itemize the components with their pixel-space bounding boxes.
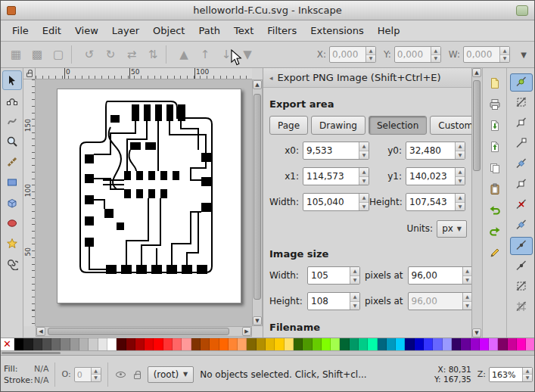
- snap-grids-button[interactable]: [510, 298, 533, 316]
- import-button[interactable]: [485, 117, 505, 136]
- color-swatch[interactable]: [526, 338, 535, 350]
- color-swatch[interactable]: [396, 338, 405, 350]
- color-swatch[interactable]: [229, 338, 238, 350]
- zoom-spinner[interactable]: ▲▼: [522, 368, 532, 381]
- scroll-down-icon[interactable]: ▼: [253, 316, 262, 325]
- snap-nodes-button[interactable]: [510, 155, 533, 173]
- color-swatch[interactable]: [368, 338, 377, 350]
- color-swatch[interactable]: [257, 338, 266, 350]
- print-button[interactable]: [485, 96, 505, 115]
- color-swatch[interactable]: [23, 338, 33, 350]
- snap-centers-button[interactable]: [510, 257, 533, 275]
- tool-tweak[interactable]: [2, 111, 22, 131]
- lower-to-bottom-icon[interactable]: ▼: [238, 45, 257, 64]
- area-width-field[interactable]: 105,040 ▲▼: [303, 193, 369, 211]
- color-swatch[interactable]: [61, 338, 70, 350]
- color-swatch[interactable]: [275, 338, 284, 350]
- color-swatch[interactable]: [126, 338, 135, 350]
- snap-bbox-corners-button[interactable]: [510, 135, 533, 153]
- color-swatch[interactable]: [405, 338, 414, 350]
- w-field-spinner[interactable]: ▲▼: [499, 47, 509, 62]
- color-swatch[interactable]: [14, 338, 23, 350]
- color-swatch[interactable]: [201, 338, 210, 350]
- x1-field[interactable]: 114,573 ▲▼: [303, 167, 369, 185]
- y0-spinner[interactable]: ▲▼: [455, 142, 465, 159]
- menu-file[interactable]: File: [5, 20, 36, 41]
- vertical-scroll-thumb[interactable]: [254, 94, 261, 300]
- x-field-spinner[interactable]: ▲▼: [365, 47, 375, 62]
- export-panel-header[interactable]: ◂ Export PNG Image (Shift+Ctrl+E): [263, 68, 471, 88]
- canvas-vertical-scrollbar[interactable]: ▲ ▼: [252, 79, 263, 326]
- color-swatch[interactable]: [378, 338, 387, 350]
- color-swatch[interactable]: [331, 338, 340, 350]
- color-swatch[interactable]: [163, 338, 173, 350]
- snap-bbox-button[interactable]: [510, 94, 533, 112]
- color-swatch[interactable]: [247, 338, 256, 350]
- units-dropdown[interactable]: px ▼: [437, 220, 467, 238]
- x-field[interactable]: 0,000 ▲▼: [329, 46, 376, 63]
- horizontal-ruler[interactable]: 0 50 100: [36, 68, 252, 79]
- image-height-field[interactable]: 108 ▲▼: [307, 292, 360, 310]
- vertical-ruler[interactable]: 150 100 50: [23, 79, 36, 326]
- menu-layer[interactable]: Layer: [105, 20, 146, 41]
- tool-measure[interactable]: [2, 152, 22, 172]
- edit-button[interactable]: [485, 244, 505, 263]
- snap-midpoints-button[interactable]: [510, 237, 533, 255]
- color-swatch[interactable]: [415, 338, 424, 350]
- dpi-width-spinner[interactable]: ▲▼: [462, 267, 471, 284]
- color-swatch[interactable]: [266, 338, 275, 350]
- paste-button[interactable]: [485, 181, 505, 200]
- color-swatch[interactable]: [79, 338, 89, 350]
- export-area-selection-button[interactable]: Selection: [369, 116, 427, 135]
- select-same-icon[interactable]: ▩: [27, 45, 47, 64]
- color-swatch[interactable]: [424, 338, 433, 350]
- color-swatch[interactable]: [498, 338, 507, 350]
- y-field[interactable]: 0,000 ▲▼: [394, 46, 441, 63]
- color-swatch[interactable]: [452, 338, 461, 350]
- zoom-field[interactable]: 163% ▲▼: [489, 367, 533, 382]
- y-field-spinner[interactable]: ▲▼: [431, 47, 440, 62]
- tool-spiral[interactable]: [2, 254, 22, 274]
- flip-vertical-icon[interactable]: ⇅: [143, 45, 163, 64]
- export-button[interactable]: [485, 138, 505, 157]
- snap-intersections-button[interactable]: [510, 196, 533, 214]
- copy-button[interactable]: [485, 160, 505, 179]
- image-width-field[interactable]: 105 ▲▼: [307, 266, 360, 285]
- panel-scrollbar[interactable]: ▲ ▼: [471, 68, 482, 338]
- snap-page-border-button[interactable]: [510, 278, 533, 296]
- canvas-horizontal-scrollbar[interactable]: ◀ ▶: [36, 326, 252, 337]
- menu-extensions[interactable]: Extensions: [303, 20, 371, 41]
- color-swatch[interactable]: [433, 338, 442, 350]
- color-swatch[interactable]: [387, 338, 396, 350]
- tool-node-editor[interactable]: [2, 91, 22, 110]
- opacity-spinner[interactable]: ▲▼: [91, 368, 101, 381]
- dpi-width-field[interactable]: 96,00 ▲▼: [408, 266, 471, 285]
- menu-view[interactable]: View: [68, 20, 105, 41]
- scroll-right-icon[interactable]: ▶: [242, 327, 251, 336]
- color-swatch[interactable]: [508, 338, 517, 350]
- panel-scroll-thumb[interactable]: [473, 80, 481, 171]
- menu-path[interactable]: Path: [191, 20, 227, 41]
- rotate-cw-icon[interactable]: ↻: [101, 45, 120, 64]
- window-close-button[interactable]: [516, 5, 528, 16]
- snap-master-button[interactable]: [510, 73, 533, 92]
- tool-3d-box[interactable]: [2, 193, 22, 213]
- panel-collapse-icon[interactable]: ◂: [269, 74, 273, 82]
- select-all-icon[interactable]: ▦: [6, 45, 26, 64]
- ruler-corner[interactable]: [23, 68, 36, 79]
- menu-filters[interactable]: Filters: [260, 20, 303, 41]
- flip-horizontal-icon[interactable]: ⇄: [122, 45, 142, 64]
- color-swatch[interactable]: [51, 338, 61, 350]
- redo-button[interactable]: [485, 223, 505, 242]
- export-area-custom-button[interactable]: Custom: [430, 116, 471, 135]
- undo-button[interactable]: [485, 202, 505, 221]
- no-color-swatch[interactable]: ✕: [1, 338, 14, 350]
- color-swatch[interactable]: [517, 338, 526, 350]
- color-swatch[interactable]: [238, 338, 247, 350]
- image-width-spinner[interactable]: ▲▼: [350, 267, 359, 284]
- dpi-height-spinner[interactable]: ▲▼: [462, 293, 471, 310]
- new-document-button[interactable]: [485, 75, 505, 94]
- color-swatch[interactable]: [489, 338, 498, 350]
- palette-scroll-thumb[interactable]: [2, 352, 61, 354]
- panel-scroll-up-icon[interactable]: ▲: [472, 68, 481, 77]
